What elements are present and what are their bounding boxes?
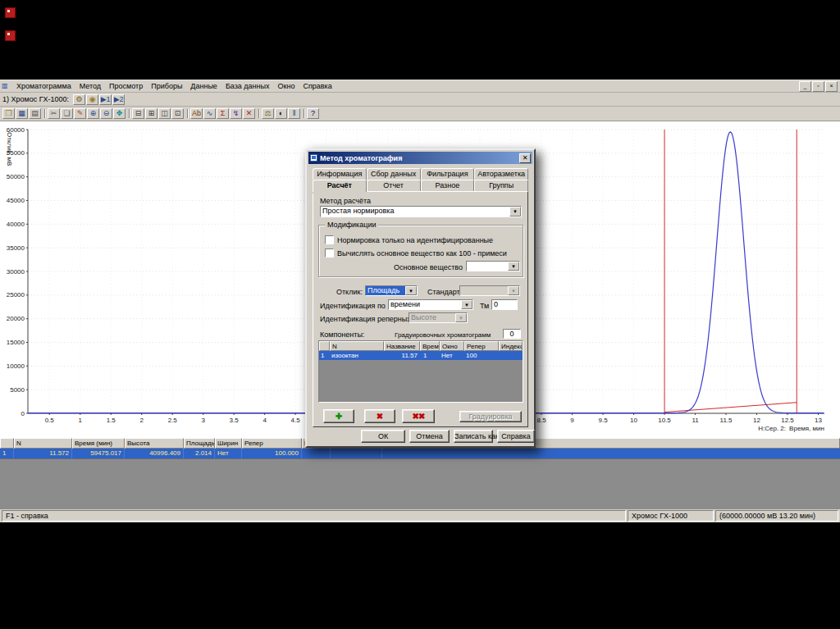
dialog-tab[interactable]: Авторазметка <box>474 168 528 180</box>
start-channel-1-icon[interactable]: ▶1 <box>99 94 112 105</box>
signal-icon[interactable]: ◉ <box>86 94 98 105</box>
svg-text:20000: 20000 <box>7 315 25 322</box>
calibration-count-value[interactable]: 0 <box>503 329 521 339</box>
identification-combobox[interactable]: времени ▼ <box>388 299 473 310</box>
minimize-button[interactable]: _ <box>799 81 811 92</box>
maximize-view-icon[interactable]: ⊡ <box>171 108 184 119</box>
tile-vertical-icon[interactable]: ⊞ <box>145 108 158 119</box>
components-header-filler <box>319 341 330 351</box>
menu-item[interactable]: База данных <box>221 82 274 90</box>
delete-mark-icon[interactable]: ✕ <box>243 108 255 119</box>
svg-text:10: 10 <box>630 417 637 424</box>
results-column-header[interactable]: Время (мин) <box>72 438 125 449</box>
peaks-icon[interactable]: ∿ <box>203 108 216 119</box>
start-channel-2-icon[interactable]: ▶2 <box>112 94 125 105</box>
components-column-header[interactable]: Репер <box>464 341 499 351</box>
maximize-button[interactable]: ▫ <box>812 81 824 92</box>
components-table: NНазваниеВремя, минОкноРеперИндекс 1 изо… <box>318 340 523 403</box>
contrast-icon[interactable]: ◐ <box>275 108 287 119</box>
scales-icon[interactable]: ⚖ <box>262 108 274 119</box>
dialog-footer-button[interactable]: ОК <box>361 430 405 443</box>
sum-icon[interactable]: Σ <box>217 108 229 119</box>
instrument-icon[interactable]: ⚙ <box>73 94 85 105</box>
svg-text:35000: 35000 <box>7 244 25 252</box>
main-substance-100-label: Вычислять основное вещество как 100 - пр… <box>337 249 507 258</box>
chevron-down-icon[interactable]: ▼ <box>508 262 519 271</box>
dialog-tab[interactable]: Разное <box>421 180 475 192</box>
tm-input[interactable]: 0 <box>491 299 518 310</box>
results-column-header[interactable]: Площадь <box>184 438 215 449</box>
delete-all-components-button[interactable]: ✖✖ <box>402 409 435 423</box>
dialog-tab[interactable]: Расчёт <box>313 180 367 192</box>
chevron-down-icon[interactable]: ▼ <box>509 207 521 217</box>
delete-component-button[interactable]: ✖ <box>364 409 395 423</box>
status-bar: F1 - справка Хромос ГХ-1000 (60000.00000… <box>0 509 840 522</box>
help-icon[interactable]: ? <box>307 108 319 119</box>
copy-icon[interactable]: ❏ <box>61 108 73 119</box>
menu-item[interactable]: Справка <box>299 82 336 90</box>
zoom-in-icon[interactable]: ⊕ <box>87 108 99 119</box>
close-button[interactable]: × <box>825 81 838 92</box>
dialog-tab[interactable]: Сбор данных <box>367 168 421 180</box>
components-column-header[interactable]: Время, мин <box>420 341 440 351</box>
tile-horizontal-icon[interactable]: ⊟ <box>132 108 144 119</box>
cut-icon[interactable]: ✂ <box>48 108 60 119</box>
main-substance-100-checkbox[interactable] <box>325 248 334 258</box>
components-column-header[interactable]: Индекс <box>499 341 523 351</box>
results-column-header[interactable]: N <box>14 438 72 449</box>
normalize-identified-checkbox[interactable] <box>325 235 334 244</box>
cell-concentration: 100.000 <box>242 449 302 458</box>
dialog-tab[interactable]: Группы <box>474 180 528 192</box>
dialog-tab[interactable]: Информация <box>313 168 367 180</box>
dialog-tab[interactable]: Фильтрация <box>421 168 475 180</box>
cascade-icon[interactable]: ◫ <box>158 108 171 119</box>
response-combobox[interactable]: Площадь ▼ <box>365 285 418 296</box>
svg-text:13: 13 <box>815 417 822 424</box>
main-substance-combobox[interactable]: ▼ <box>466 261 520 271</box>
print-icon[interactable]: ▤ <box>29 108 41 119</box>
annotation-icon[interactable]: Аb <box>190 108 203 119</box>
components-row[interactable]: 1 изооктан 11.57 1 Нет 100 <box>319 351 523 360</box>
svg-text:12.5: 12.5 <box>781 417 794 424</box>
menu-item[interactable]: Метод <box>75 82 105 90</box>
response-label: Отклик: <box>336 288 363 296</box>
reference-identification-label: Идентификация реперных по <box>320 315 421 323</box>
method-value: Простая нормировка <box>321 207 509 217</box>
baseline-icon[interactable]: ↯ <box>230 108 242 119</box>
open-icon[interactable]: ❒ <box>2 108 15 119</box>
menu-item[interactable]: Просмотр <box>105 82 147 90</box>
components-column-header[interactable]: N <box>330 341 384 351</box>
dialog-tab[interactable]: Отчет <box>367 180 421 192</box>
calibration-count-label: Градуировочных хроматограмм <box>395 331 491 339</box>
chevron-down-icon[interactable]: ▼ <box>405 286 417 295</box>
dialog-footer-button[interactable]: Справка <box>497 430 535 443</box>
dialog-title-bar[interactable]: Метод хроматография ✕ <box>308 152 532 164</box>
chevron-down-icon: ▼ <box>508 286 519 295</box>
chevron-down-icon[interactable]: ▼ <box>461 300 472 309</box>
move-icon[interactable]: ✥ <box>113 108 126 119</box>
results-column-header[interactable]: Репер <box>242 438 302 449</box>
menu-item[interactable]: Хроматограмма <box>12 82 75 90</box>
results-column-header[interactable]: Ширин <box>215 438 242 449</box>
bottom-black-bar <box>0 522 840 629</box>
pencil-icon[interactable]: ✎ <box>74 108 86 119</box>
results-column-header[interactable]: Высота <box>125 438 184 449</box>
save-icon[interactable]: ▦ <box>16 108 28 119</box>
zoom-out-icon[interactable]: ⊖ <box>100 108 112 119</box>
identification-value: времени <box>389 300 461 309</box>
svg-text:Н:Сер. 2:: Н:Сер. 2: <box>758 425 786 432</box>
results-row[interactable]: 1 11.572 59475.017 40996.409 2.014 Нет 1… <box>0 449 840 458</box>
components-column-header[interactable]: Окно <box>440 341 464 351</box>
dialog-footer-button[interactable]: Отмена <box>409 430 450 443</box>
dialog-close-button[interactable]: ✕ <box>519 153 531 163</box>
menu-item[interactable]: Приборы <box>147 82 186 90</box>
standard-value <box>460 286 508 295</box>
svg-text:9.5: 9.5 <box>599 417 609 424</box>
method-combobox[interactable]: Простая нормировка ▼ <box>320 206 522 217</box>
dialog-footer-button[interactable]: Записать как <box>454 430 493 443</box>
menu-item[interactable]: Данные <box>186 82 221 90</box>
components-column-header[interactable]: Название <box>384 341 420 351</box>
add-component-button[interactable]: ✚ <box>323 409 354 423</box>
pause-icon[interactable]: ‖ <box>288 108 300 119</box>
menu-item[interactable]: Окно <box>273 82 299 90</box>
